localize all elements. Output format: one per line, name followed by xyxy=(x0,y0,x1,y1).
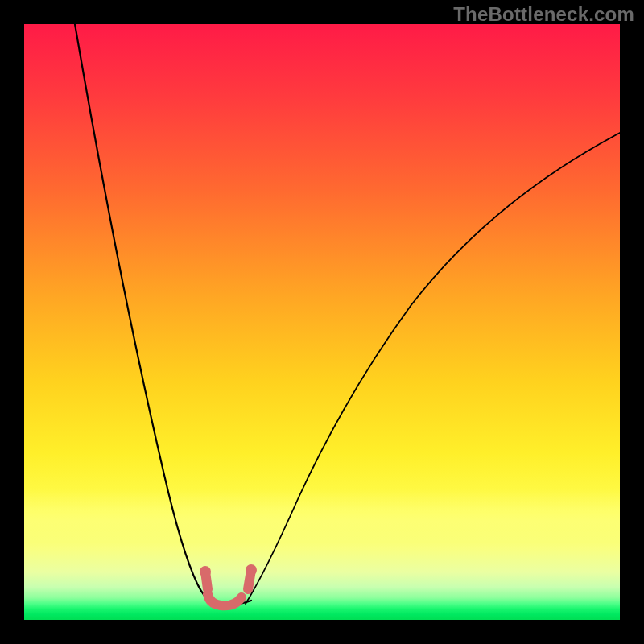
plot-area xyxy=(24,24,620,620)
watermark-text: TheBottleneck.com xyxy=(453,3,634,26)
curve-right-branch xyxy=(246,133,620,604)
chart-container: TheBottleneck.com xyxy=(0,0,644,644)
curve-left-branch xyxy=(75,24,217,604)
curve-layer xyxy=(24,24,620,620)
